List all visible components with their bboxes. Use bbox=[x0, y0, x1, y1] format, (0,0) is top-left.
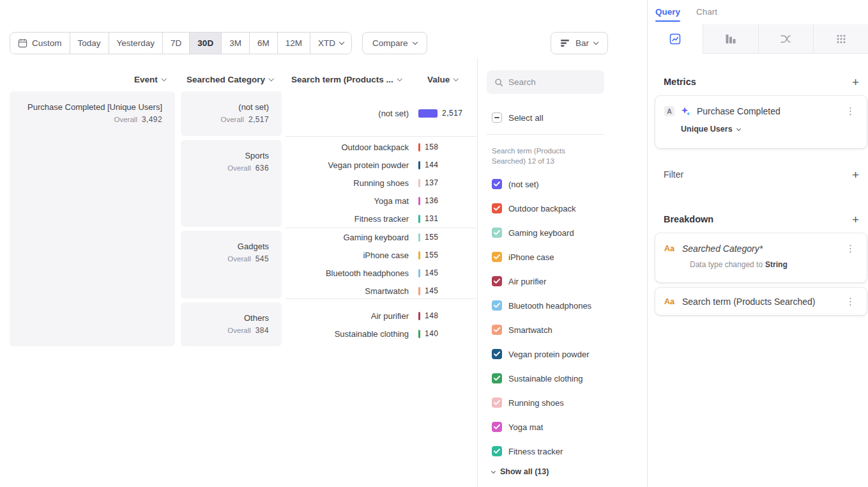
chevron-down-icon bbox=[453, 76, 459, 81]
checkbox[interactable] bbox=[492, 300, 502, 311]
term-row-sustainable-clothing: Sustainable clothing140 bbox=[286, 325, 480, 343]
category-cell-others[interactable]: OthersOverall384 bbox=[181, 302, 282, 346]
date-range-today[interactable]: Today bbox=[70, 33, 109, 54]
filter-item-label: Sustainable clothing bbox=[508, 374, 582, 383]
checkbox[interactable] bbox=[492, 325, 502, 335]
checkbox[interactable] bbox=[492, 446, 502, 456]
string-type-icon: Aa bbox=[664, 244, 676, 253]
tab-chart[interactable]: Chart bbox=[696, 7, 717, 17]
filter-item-label: Gaming keyboard bbox=[508, 228, 574, 238]
metrics-header: Metrics + bbox=[664, 75, 859, 88]
tab-query[interactable]: Query bbox=[655, 7, 680, 17]
value-bar bbox=[418, 161, 420, 169]
kebab-menu-icon[interactable]: ⋮ bbox=[843, 295, 858, 307]
select-all[interactable]: Select all bbox=[492, 111, 544, 125]
term-label: (not set) bbox=[286, 109, 409, 118]
report-tab-insights[interactable] bbox=[648, 24, 703, 54]
aggregation-selector[interactable]: Unique Users bbox=[681, 125, 867, 134]
column-header-value[interactable]: Value bbox=[427, 75, 458, 84]
add-filter-button[interactable]: + bbox=[852, 169, 859, 181]
checkbox[interactable] bbox=[492, 276, 502, 286]
report-tab-flows[interactable] bbox=[758, 24, 814, 54]
date-range-30d[interactable]: 30D bbox=[189, 33, 221, 54]
filter-item-outdoor-backpack[interactable]: Outdoor backpack bbox=[492, 196, 613, 220]
chart-type-button[interactable]: Bar bbox=[551, 32, 608, 54]
kebab-menu-icon[interactable]: ⋮ bbox=[843, 105, 858, 117]
column-header-term[interactable]: Search term (Products ... bbox=[291, 75, 401, 84]
checkbox[interactable] bbox=[492, 252, 502, 262]
add-metric-button[interactable]: + bbox=[852, 76, 859, 88]
filter-item-not-set[interactable]: (not set) bbox=[492, 172, 613, 196]
date-range-3m[interactable]: 3M bbox=[221, 33, 249, 54]
checkbox[interactable] bbox=[492, 349, 502, 359]
checkbox[interactable] bbox=[492, 422, 502, 432]
category-overall: Overall636 bbox=[187, 164, 269, 173]
breakdown-card-search-term[interactable]: Aa Search term (Products Searched) ⋮ bbox=[655, 288, 867, 315]
checkbox[interactable] bbox=[492, 203, 502, 213]
date-range-xtd-dropdown[interactable]: XTD bbox=[310, 33, 351, 54]
column-header-category[interactable]: Searched Category bbox=[187, 75, 273, 84]
filter-item-iphone-case[interactable]: iPhone case bbox=[492, 245, 613, 269]
add-breakdown-button[interactable]: + bbox=[852, 213, 859, 226]
date-range-12m[interactable]: 12M bbox=[277, 33, 310, 54]
event-cell[interactable]: Purchase Completed [Unique Users] Overal… bbox=[10, 91, 175, 346]
term-row-yoga-mat: Yoga mat136 bbox=[286, 192, 480, 210]
show-all-button[interactable]: Show all (13) bbox=[492, 467, 549, 476]
date-range-yesterday[interactable]: Yesterday bbox=[109, 33, 163, 54]
report-tab-funnels[interactable] bbox=[703, 24, 758, 54]
custom-date-button[interactable]: Custom bbox=[10, 33, 70, 54]
calendar-icon bbox=[18, 38, 27, 48]
term-label: Vegan protein powder bbox=[286, 160, 409, 170]
search-input[interactable] bbox=[508, 77, 591, 87]
term-row-bluetooth-headphones: Bluetooth headphones145 bbox=[286, 264, 480, 282]
select-all-checkbox[interactable] bbox=[492, 112, 502, 123]
overall-value: 2,517 bbox=[248, 115, 269, 124]
value-bar bbox=[418, 251, 420, 259]
value-bar bbox=[418, 179, 420, 187]
funnels-icon bbox=[724, 33, 737, 45]
category-name: (not set) bbox=[187, 102, 269, 112]
term-label: Smartwatch bbox=[286, 286, 409, 296]
breakdown-title: Breakdown bbox=[664, 214, 713, 224]
breakdown-card-searched-category[interactable]: Aa Searched Category* ⋮ Data type change… bbox=[655, 233, 867, 282]
compare-button[interactable]: Compare bbox=[362, 32, 427, 54]
term-row-fitness-tracker: Fitness tracker131 bbox=[286, 210, 480, 228]
category-cell-gadgets[interactable]: GadgetsOverall545 bbox=[181, 231, 282, 298]
filter-item-bluetooth-headphones[interactable]: Bluetooth headphones bbox=[492, 293, 613, 318]
checkbox[interactable] bbox=[492, 228, 502, 238]
overall-label: Overall bbox=[227, 327, 250, 334]
filter-item-fitness-tracker[interactable]: Fitness tracker bbox=[492, 439, 613, 463]
filter-item-vegan-protein-powder[interactable]: Vegan protein powder bbox=[492, 342, 613, 366]
column-header-event[interactable]: Event bbox=[134, 75, 165, 84]
term-value: 158 bbox=[425, 143, 439, 151]
checkbox[interactable] bbox=[492, 373, 502, 383]
filter-item-yoga-mat[interactable]: Yoga mat bbox=[492, 415, 613, 439]
term-label: Bluetooth headphones bbox=[286, 268, 409, 278]
bar-chart-icon bbox=[561, 39, 570, 47]
filter-item-smartwatch[interactable]: Smartwatch bbox=[492, 318, 613, 342]
term-value: 145 bbox=[425, 268, 439, 277]
chevron-down-icon bbox=[162, 76, 167, 81]
filter-item-gaming-keyboard[interactable]: Gaming keyboard bbox=[492, 220, 613, 245]
category-overall: Overall545 bbox=[187, 254, 269, 263]
value-bar bbox=[418, 143, 420, 151]
date-range-6m[interactable]: 6M bbox=[249, 33, 277, 54]
filter-item-label: Yoga mat bbox=[508, 422, 543, 432]
date-range-7d[interactable]: 7D bbox=[162, 33, 189, 54]
filter-item-air-purifier[interactable]: Air purifier bbox=[492, 269, 613, 293]
category-cell-sports[interactable]: SportsOverall636 bbox=[181, 140, 282, 227]
category-cell-not-set[interactable]: (not set)Overall2,517 bbox=[181, 91, 282, 136]
value-bar bbox=[418, 287, 420, 295]
checkbox[interactable] bbox=[492, 398, 502, 408]
filter-item-sustainable-clothing[interactable]: Sustainable clothing bbox=[492, 366, 613, 390]
metrics-title: Metrics bbox=[664, 77, 696, 87]
filter-item-running-shoes[interactable]: Running shoes bbox=[492, 390, 613, 415]
metric-card[interactable]: A Purchase Completed ⋮ Unique Users bbox=[655, 96, 867, 148]
kebab-menu-icon[interactable]: ⋮ bbox=[843, 242, 858, 254]
overall-value: 636 bbox=[255, 164, 269, 173]
series-badge: A bbox=[664, 106, 674, 116]
search-box[interactable] bbox=[487, 70, 604, 94]
term-row-smartwatch: Smartwatch145 bbox=[286, 282, 480, 300]
checkbox[interactable] bbox=[492, 179, 502, 189]
report-tab-retention[interactable] bbox=[813, 24, 868, 54]
